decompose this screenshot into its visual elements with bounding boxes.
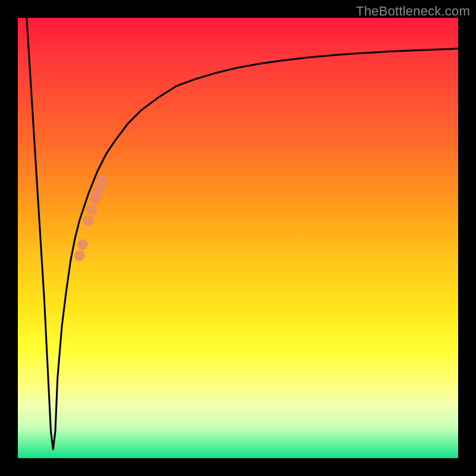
highlight-dot [77,239,88,250]
chart-svg [18,18,458,458]
plot-area [18,18,458,458]
bottleneck-curve [27,18,458,449]
highlight-dot [86,204,97,215]
highlight-dot [97,176,108,186]
watermark-text: TheBottleneck.com [356,4,470,19]
chart-frame: TheBottleneck.com [0,0,476,476]
highlight-dot [83,215,93,226]
highlight-dot [74,250,85,261]
